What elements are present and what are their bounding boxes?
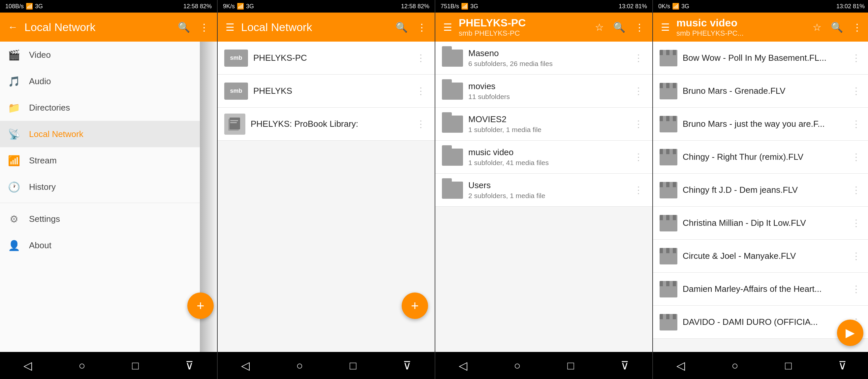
fab-add-1[interactable]: + [187,292,214,319]
list-item-circute[interactable]: Circute & Joel - Manyake.FLV ⋮ [653,240,868,273]
fab-play-4[interactable]: ▶ [837,320,863,346]
more-icon-4[interactable]: ⋮ [849,19,865,36]
list-item-music-video[interactable]: music video 1 subfolder, 41 media files … [435,141,652,174]
sidebar-item-local-network[interactable]: 📡 Local Network [0,121,200,147]
network-speed-2: 9K/s [223,3,235,10]
about-nav-icon: 👤 [8,240,20,251]
more-icon-chingy2[interactable]: ⋮ [849,182,863,198]
back-btn-2[interactable]: ◁ [241,359,250,372]
status-left-4: 0K/s 📶 3G [658,3,689,10]
battery-1: 82% [200,3,212,10]
list-item-title-movies2: MOVIES2 [468,114,626,124]
video-thumb-davido [659,314,677,330]
list-item-phelyks[interactable]: smb PHELYKS ⋮ [218,75,435,108]
menu-btn-1[interactable]: ⊽ [185,359,194,372]
list-item-text-davido: DAVIDO - DAMI DURO (OFFICIA... [683,317,844,327]
sidebar-item-history[interactable]: 🕐 History [0,174,200,200]
list-item-brunomars2[interactable]: Bruno Mars - just the way you are.F... ⋮ [653,108,868,141]
video-thumb-damien [659,281,677,297]
more-icon-christina[interactable]: ⋮ [849,215,863,231]
home-btn-1[interactable]: ○ [79,359,85,372]
search-icon-3[interactable]: 🔍 [611,19,628,36]
menu-icon-2[interactable]: ☰ [223,19,237,36]
search-icon-4[interactable]: 🔍 [828,19,845,36]
list-item-text-phelyks: PHELYKS [253,86,408,96]
sidebar-item-video[interactable]: 🎬 Video [0,41,200,68]
folder-icon-movies2 [442,116,463,133]
list-item-damien[interactable]: Damien Marley-Affairs of the Heart... ⋮ [653,273,868,306]
more-icon-bowwow[interactable]: ⋮ [849,50,863,66]
more-icon-movies2[interactable]: ⋮ [631,116,646,132]
more-icon-brunomars2[interactable]: ⋮ [849,116,863,132]
status-right-2: 12:58 82% [401,3,429,10]
more-icon-damien[interactable]: ⋮ [849,281,863,297]
list-item-users[interactable]: Users 2 subfolders, 1 media file ⋮ [435,174,652,207]
list-item-movies[interactable]: movies 11 subfolders ⋮ [435,75,652,108]
list-item-text-chingy2: Chingy ft J.D - Dem jeans.FLV [683,185,844,195]
menu-icon-3[interactable]: ☰ [441,19,455,36]
toolbar-title-1: Local Network [24,21,171,34]
toolbar-title-2: Local Network [241,21,389,34]
sidebar-item-audio[interactable]: 🎵 Audio [0,68,200,94]
recents-btn-3[interactable]: □ [567,359,574,372]
more-icon-2[interactable]: ⋮ [414,19,429,36]
menu-btn-2[interactable]: ⊽ [403,359,411,372]
bottom-bar-2: ◁ ○ □ ⊽ [218,352,435,379]
more-icon-movies[interactable]: ⋮ [631,83,646,99]
more-icon-brunomars1[interactable]: ⋮ [849,83,863,99]
home-btn-3[interactable]: ○ [514,359,521,372]
more-icon-circute[interactable]: ⋮ [849,248,863,264]
back-icon-1[interactable]: ← [5,19,21,35]
list-item-chingy1[interactable]: Chingy - Right Thur (remix).FLV ⋮ [653,141,868,174]
folder-icon-maseno [442,50,463,67]
menu-btn-3[interactable]: ⊽ [621,359,629,372]
back-btn-1[interactable]: ◁ [23,359,32,372]
star-icon-3[interactable]: ☆ [592,19,607,36]
search-icon-1[interactable]: 🔍 [175,19,193,36]
status-bar-3: 751B/s 📶 3G 13:02 81% [435,0,652,12]
more-icon-item-3[interactable]: ⋮ [413,116,428,132]
more-icon-users[interactable]: ⋮ [631,182,646,198]
list-item-bowwow[interactable]: Bow Wow - Poll In My Basement.FL... ⋮ [653,41,868,75]
list-item-phelyks-pc[interactable]: smb PHELYKS-PC ⋮ [218,41,435,75]
more-icon-maseno[interactable]: ⋮ [631,50,646,66]
list-item-christina[interactable]: Christina Millian - Dip It Low.FLV ⋮ [653,207,868,240]
more-icon-music-video[interactable]: ⋮ [631,149,646,165]
search-icon-2[interactable]: 🔍 [393,19,410,36]
star-icon-4[interactable]: ☆ [810,19,824,36]
recents-btn-1[interactable]: □ [132,359,139,372]
panel-1: 108B/s 📶 3G 12:58 82% ← Local Network 🔍 … [0,0,217,379]
list-item-davido[interactable]: DAVIDO - DAMI DURO (OFFICIA... ⋮ [653,306,868,339]
directories-nav-label: Directories [29,103,70,113]
more-icon-3[interactable]: ⋮ [632,19,647,36]
list-item-movies2[interactable]: MOVIES2 1 subfolder, 1 media file ⋮ [435,108,652,141]
sidebar-item-stream[interactable]: 📶 Stream [0,147,200,174]
recents-btn-2[interactable]: □ [349,359,356,372]
list-item-title-movies: movies [468,81,626,91]
more-icon-1[interactable]: ⋮ [196,19,212,36]
more-icon-item-1[interactable]: ⋮ [413,50,428,66]
time-4: 13:02 [836,3,851,10]
more-icon-item-2[interactable]: ⋮ [413,83,428,99]
status-left-3: 751B/s 📶 3G [441,3,478,10]
fab-add-2[interactable]: + [402,292,428,319]
sidebar-item-about[interactable]: 👤 About [0,232,200,259]
home-btn-4[interactable]: ○ [732,359,738,372]
sidebar-item-settings[interactable]: ⚙ Settings [0,206,200,232]
list-item-chingy2[interactable]: Chingy ft J.D - Dem jeans.FLV ⋮ [653,174,868,207]
list-item-maseno[interactable]: Maseno 6 subfolders, 26 media files ⋮ [435,41,652,75]
sidebar-item-directories[interactable]: 📁 Directories [0,94,200,121]
list-item-title-bowwow: Bow Wow - Poll In My Basement.FL... [683,53,844,63]
list-item-sub-music-video: 1 subfolder, 41 media files [468,159,626,167]
list-item-title-circute: Circute & Joel - Manyake.FLV [683,251,844,261]
list-item-probook[interactable]: PHELYKS: ProBook Library: ⋮ [218,108,435,141]
back-btn-3[interactable]: ◁ [459,359,467,372]
list-item-brunomars1[interactable]: Bruno Mars - Grenade.FLV ⋮ [653,75,868,108]
home-btn-2[interactable]: ○ [296,359,303,372]
toolbar-title-3: PHELYKS-PC [459,17,588,29]
menu-icon-4[interactable]: ☰ [658,19,673,36]
back-btn-4[interactable]: ◁ [676,359,685,372]
recents-btn-4[interactable]: □ [785,359,792,372]
more-icon-chingy1[interactable]: ⋮ [849,149,863,165]
menu-btn-4[interactable]: ⊽ [838,359,846,372]
